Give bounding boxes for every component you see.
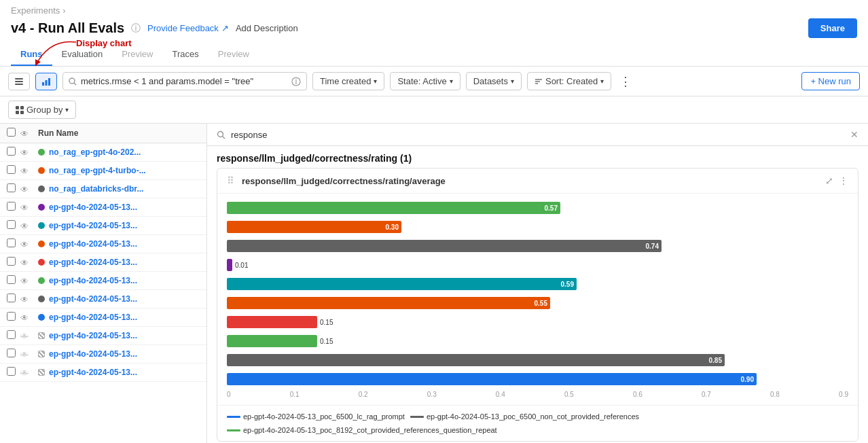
eye-icon[interactable]: 👁 — [20, 295, 29, 304]
tab-traces[interactable]: Traces — [162, 43, 208, 66]
tab-preview-1[interactable]: Preview — [112, 43, 162, 66]
eye-icon[interactable]: 👁 — [20, 313, 29, 323]
run-checkbox[interactable] — [7, 367, 16, 376]
breadcrumb-text[interactable]: Experiments — [11, 5, 60, 16]
run-checkbox[interactable] — [7, 202, 16, 211]
bar-row: 0.30 — [227, 219, 848, 234]
run-name-text: ep-gpt-4o-2024-05-13... — [49, 368, 200, 377]
select-all-checkbox[interactable] — [7, 128, 16, 137]
add-description-button[interactable]: Add Description — [236, 23, 298, 33]
run-checkbox[interactable] — [7, 220, 16, 229]
breadcrumb[interactable]: Experiments › — [11, 5, 857, 16]
datasets-filter[interactable]: Datasets ▾ — [466, 72, 522, 90]
time-created-label: Time created — [320, 76, 371, 86]
run-checkbox[interactable] — [7, 349, 16, 357]
bar-value-label: 0.15 — [320, 319, 333, 326]
eye-icon[interactable]: 👁 — [20, 203, 29, 213]
more-options-button[interactable]: ⋮ — [617, 74, 634, 89]
group-by-button[interactable]: Group by ▾ — [8, 101, 76, 119]
run-row[interactable]: 👁no_rag_ep-gpt-4-turbo-... — [0, 162, 206, 180]
run-row[interactable]: 👁ep-gpt-4o-2024-05-13... — [0, 364, 206, 382]
run-name-text: ep-gpt-4o-2024-05-13... — [49, 221, 200, 230]
run-row[interactable]: 👁no_rag_databricks-dbr... — [0, 180, 206, 198]
drag-handle-icon[interactable]: ⠿ — [227, 175, 234, 186]
eye-icon[interactable]: 👁 — [20, 148, 29, 158]
chart-legend: ep-gpt-4o-2024-05-13_poc_6500_lc_rag_pro… — [217, 405, 858, 441]
tab-runs[interactable]: Runs — [11, 43, 52, 66]
run-dot — [38, 222, 45, 229]
run-row[interactable]: 👁no_rag_ep-gpt-4o-202... — [0, 143, 206, 162]
title-row: v4 - Run All Evals ⓘ Provide Feedback ↗ … — [11, 18, 857, 38]
chart-card: ⠿ response/llm_judged/correctness/rating… — [217, 168, 858, 442]
run-name-text: ep-gpt-4o-2024-05-13... — [49, 202, 200, 212]
run-checkbox[interactable] — [7, 165, 16, 174]
run-row[interactable]: 👁ep-gpt-4o-2024-05-13... — [0, 345, 206, 364]
filter-input[interactable] — [81, 76, 287, 86]
run-row[interactable]: 👁ep-gpt-4o-2024-05-13... — [0, 290, 206, 308]
run-dot — [38, 277, 45, 284]
run-checkbox[interactable] — [7, 257, 16, 266]
info-icon[interactable]: ⓘ — [131, 22, 141, 35]
chart-title-text: response/llm_judged/correctness/rating/a… — [242, 176, 446, 186]
tab-preview-2[interactable]: Preview — [209, 43, 259, 66]
state-active-filter[interactable]: State: Active ▾ — [390, 72, 460, 90]
chart-search-input[interactable] — [231, 130, 845, 140]
run-row[interactable]: 👁ep-gpt-4o-2024-05-13... — [0, 198, 206, 217]
run-row[interactable]: 👁ep-gpt-4o-2024-05-13... — [0, 217, 206, 235]
eye-icon[interactable]: 👁 — [20, 185, 29, 194]
eye-icon[interactable]: 👁 — [20, 277, 29, 286]
chart-view-button[interactable] — [35, 73, 57, 90]
run-dot — [38, 204, 45, 211]
x-axis-label: 0.5 — [564, 391, 574, 398]
feedback-link[interactable]: Provide Feedback ↗ — [147, 23, 229, 33]
hidden-eye-icon[interactable]: 👁 — [20, 332, 29, 341]
x-axis-label: 0.8 — [770, 391, 780, 398]
legend-item: ep-gpt-4o-2024-05-13_poc_6500_lc_rag_pro… — [227, 412, 405, 421]
run-checkbox[interactable] — [7, 294, 16, 302]
info-filter-icon: i — [291, 77, 301, 86]
run-row[interactable]: 👁ep-gpt-4o-2024-05-13... — [0, 308, 206, 327]
x-axis: 00.10.20.30.40.50.60.70.80.9 — [227, 391, 848, 398]
eye-icon[interactable]: 👁 — [20, 240, 29, 249]
run-row[interactable]: 👁ep-gpt-4o-2024-05-13... — [0, 327, 206, 345]
bar-row: 0.59 — [227, 277, 848, 291]
chart-search-bar[interactable]: ✕ — [207, 124, 868, 146]
run-checkbox[interactable] — [7, 147, 16, 156]
run-dot — [38, 185, 45, 192]
chart-section-title: response/llm_judged/correctness/rating (… — [207, 146, 868, 168]
expand-icon[interactable]: ⤢ — [825, 175, 833, 186]
search-wrapper[interactable]: i — [62, 72, 307, 90]
run-row[interactable]: 👁ep-gpt-4o-2024-05-13... — [0, 235, 206, 253]
run-dot — [38, 332, 45, 339]
x-axis-label: 0.4 — [496, 391, 505, 398]
chart-more-icon[interactable]: ⋮ — [839, 175, 848, 186]
eye-icon[interactable]: 👁 — [20, 166, 29, 176]
legend-label: ep-gpt-4o-2024-05-13_poc_6500_lc_rag_pro… — [243, 412, 405, 421]
list-view-button[interactable] — [8, 73, 30, 90]
run-checkbox[interactable] — [7, 312, 16, 321]
run-checkbox[interactable] — [7, 183, 16, 192]
run-row[interactable]: 👁ep-gpt-4o-2024-05-13... — [0, 253, 206, 272]
svg-text:i: i — [295, 77, 297, 86]
run-row[interactable]: 👁ep-gpt-4o-2024-05-13... — [0, 272, 206, 290]
eye-icon[interactable]: 👁 — [20, 222, 29, 231]
svg-rect-15 — [16, 111, 19, 114]
new-run-button[interactable]: + New run — [801, 72, 860, 90]
run-checkbox[interactable] — [7, 330, 16, 339]
runs-list: 👁no_rag_ep-gpt-4o-202...👁no_rag_ep-gpt-4… — [0, 143, 206, 382]
run-dot — [38, 314, 45, 321]
run-checkbox[interactable] — [7, 238, 16, 247]
sort-created-filter[interactable]: Sort: Created ▾ — [527, 72, 611, 90]
eye-icon[interactable]: 👁 — [20, 258, 29, 268]
run-name-text: ep-gpt-4o-2024-05-13... — [49, 258, 200, 267]
run-name-text: ep-gpt-4o-2024-05-13... — [49, 313, 200, 322]
hidden-eye-icon[interactable]: 👁 — [20, 368, 29, 378]
clear-search-button[interactable]: ✕ — [850, 129, 858, 140]
time-created-filter[interactable]: Time created ▾ — [312, 72, 384, 90]
run-checkbox[interactable] — [7, 275, 16, 284]
hidden-eye-icon[interactable]: 👁 — [20, 350, 29, 359]
tab-evaluation[interactable]: Evaluation — [52, 43, 113, 66]
svg-rect-5 — [48, 78, 50, 86]
bar-fill — [227, 316, 317, 328]
share-button[interactable]: Share — [808, 18, 857, 38]
